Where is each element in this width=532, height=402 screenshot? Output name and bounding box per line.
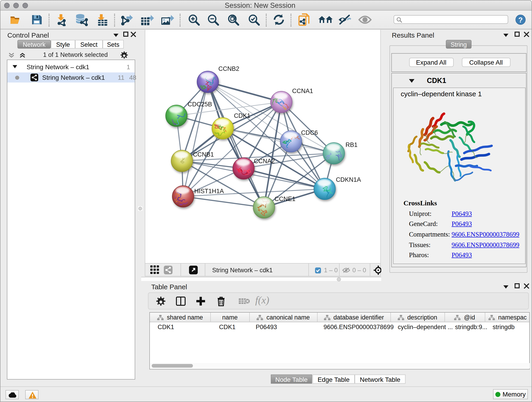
svg-text:CCNB2: CCNB2 xyxy=(218,65,239,72)
svg-text:CCNA2: CCNA2 xyxy=(254,158,275,165)
svg-text:CCNB1: CCNB1 xyxy=(193,151,214,158)
svg-text:CCNE1: CCNE1 xyxy=(274,196,296,202)
svg-text:HIST1H1A: HIST1H1A xyxy=(194,188,224,195)
svg-text:CDC25B: CDC25B xyxy=(188,101,212,108)
svg-text:CCNA1: CCNA1 xyxy=(292,88,313,95)
svg-text:RB1: RB1 xyxy=(346,141,358,148)
svg-text:CDC6: CDC6 xyxy=(301,129,318,136)
svg-text:CDKN1A: CDKN1A xyxy=(336,176,361,183)
svg-text:CDK1: CDK1 xyxy=(234,112,250,119)
